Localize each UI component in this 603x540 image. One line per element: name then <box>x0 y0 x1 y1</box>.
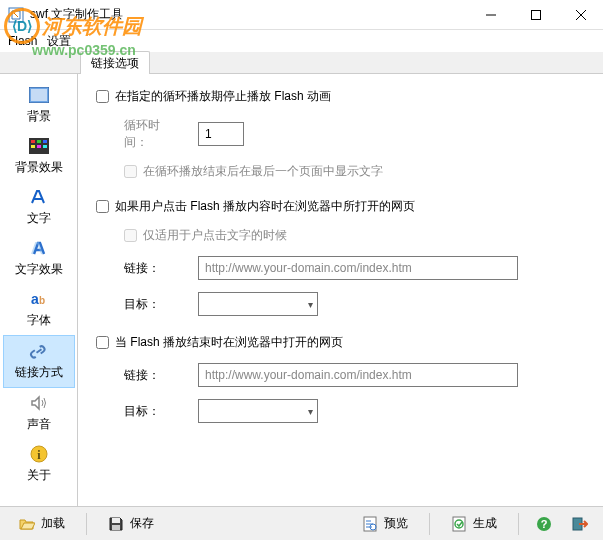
toolbar-separator <box>429 513 430 535</box>
text-effect-icon <box>28 237 50 259</box>
sidebar: 背景 背景效果 文字 文字效果 ab 字体 链接方式 声音 i 关于 <box>0 74 78 506</box>
sidebar-item-label: 链接方式 <box>4 364 74 381</box>
svg-rect-18 <box>112 518 120 523</box>
sidebar-item-label: 字体 <box>3 312 75 329</box>
loop-stop-checkbox[interactable] <box>96 90 109 103</box>
menubar: Flash 设置 <box>0 30 603 52</box>
end-open-checkbox[interactable] <box>96 336 109 349</box>
sidebar-item-label: 文字效果 <box>3 261 75 278</box>
sidebar-item-background-effect[interactable]: 背景效果 <box>3 131 75 182</box>
preview-label: 预览 <box>384 515 408 532</box>
show-text-last-label: 在循环播放结束后在最后一个页面中显示文字 <box>143 163 383 180</box>
dropdown-icon: ▾ <box>308 299 313 310</box>
background-effect-icon <box>28 135 50 157</box>
svg-rect-2 <box>531 10 540 19</box>
only-text-click-checkbox[interactable] <box>124 229 137 242</box>
save-button[interactable]: 保存 <box>97 511 165 537</box>
save-label: 保存 <box>130 515 154 532</box>
click-open-checkbox[interactable] <box>96 200 109 213</box>
link1-input[interactable] <box>198 256 518 280</box>
svg-text:a: a <box>31 291 39 307</box>
loop-time-input[interactable] <box>198 122 244 146</box>
svg-text:?: ? <box>541 518 548 530</box>
exit-button[interactable] <box>565 511 595 537</box>
bottom-toolbar: 加载 保存 预览 生成 ? <box>0 506 603 540</box>
minimize-button[interactable] <box>468 0 513 30</box>
load-label: 加载 <box>41 515 65 532</box>
maximize-button[interactable] <box>513 0 558 30</box>
svg-rect-9 <box>37 140 41 143</box>
tab-header: 链接选项 <box>0 52 603 74</box>
text-icon <box>28 186 50 208</box>
sidebar-item-label: 关于 <box>3 467 75 484</box>
sidebar-item-background[interactable]: 背景 <box>3 80 75 131</box>
target2-label: 目标： <box>124 403 182 420</box>
svg-rect-10 <box>43 140 47 143</box>
svg-rect-19 <box>112 525 120 530</box>
sidebar-item-label: 背景效果 <box>3 159 75 176</box>
link2-label: 链接： <box>124 367 182 384</box>
svg-rect-6 <box>31 89 47 101</box>
sidebar-item-label: 文字 <box>3 210 75 227</box>
end-open-label: 当 Flash 播放结束时在浏览器中打开的网页 <box>115 334 343 351</box>
generate-button[interactable]: 生成 <box>440 511 508 537</box>
target1-label: 目标： <box>124 296 182 313</box>
font-icon: ab <box>28 288 50 310</box>
generate-icon <box>451 516 467 532</box>
preview-button[interactable]: 预览 <box>351 511 419 537</box>
svg-text:b: b <box>39 295 45 306</box>
sidebar-item-label: 背景 <box>3 108 75 125</box>
svg-rect-13 <box>43 145 47 148</box>
window-controls <box>468 0 603 30</box>
sidebar-item-font[interactable]: ab 字体 <box>3 284 75 335</box>
sidebar-item-label: 声音 <box>3 416 75 433</box>
save-icon <box>108 516 124 532</box>
toolbar-separator <box>86 513 87 535</box>
target2-select[interactable]: ▾ <box>198 399 318 423</box>
menu-settings[interactable]: 设置 <box>47 33 71 50</box>
dropdown-icon: ▾ <box>308 406 313 417</box>
sidebar-item-sound[interactable]: 声音 <box>3 388 75 439</box>
svg-rect-11 <box>31 145 35 148</box>
sidebar-item-about[interactable]: i 关于 <box>3 439 75 490</box>
generate-label: 生成 <box>473 515 497 532</box>
link1-label: 链接： <box>124 260 182 277</box>
click-open-label: 如果用户点击 Flash 播放内容时在浏览器中所打开的网页 <box>115 198 415 215</box>
only-text-click-label: 仅适用于户点击文字的时候 <box>143 227 287 244</box>
loop-stop-label: 在指定的循环播放期停止播放 Flash 动画 <box>115 88 331 105</box>
help-button[interactable]: ? <box>529 511 559 537</box>
close-button[interactable] <box>558 0 603 30</box>
loop-time-label: 循环时间： <box>124 117 182 151</box>
content-panel: 在指定的循环播放期停止播放 Flash 动画 循环时间： 在循环播放结束后在最后… <box>78 74 603 506</box>
exit-icon <box>572 516 588 532</box>
folder-open-icon <box>19 516 35 532</box>
target1-select[interactable]: ▾ <box>198 292 318 316</box>
svg-rect-12 <box>37 145 41 148</box>
sidebar-item-link[interactable]: 链接方式 <box>3 335 75 388</box>
window-title: swf 文字制作工具 <box>30 6 468 23</box>
preview-icon <box>362 516 378 532</box>
app-icon <box>8 7 24 23</box>
link2-input[interactable] <box>198 363 518 387</box>
titlebar: swf 文字制作工具 <box>0 0 603 30</box>
background-icon <box>28 84 50 106</box>
link-icon <box>28 340 50 362</box>
load-button[interactable]: 加载 <box>8 511 76 537</box>
toolbar-separator <box>518 513 519 535</box>
show-text-last-checkbox[interactable] <box>124 165 137 178</box>
sidebar-item-text[interactable]: 文字 <box>3 182 75 233</box>
menu-flash[interactable]: Flash <box>8 34 37 48</box>
svg-rect-8 <box>31 140 35 143</box>
tab-link-options[interactable]: 链接选项 <box>80 51 150 75</box>
sidebar-item-text-effect[interactable]: 文字效果 <box>3 233 75 284</box>
sound-icon <box>28 392 50 414</box>
info-icon: i <box>28 443 50 465</box>
help-icon: ? <box>536 516 552 532</box>
